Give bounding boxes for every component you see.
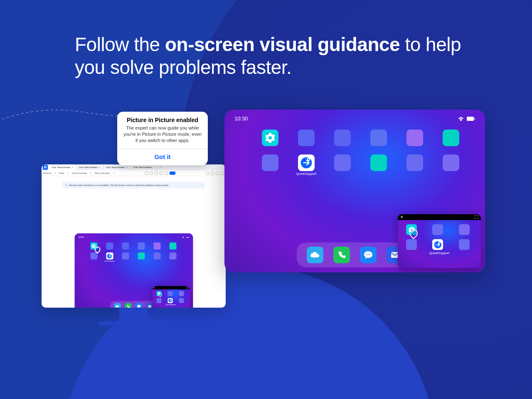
app-label: QuickSupport	[105, 260, 115, 262]
toolbar-icon[interactable]	[165, 171, 168, 175]
app-tile[interactable]	[154, 242, 161, 250]
svg-rect-11	[474, 118, 475, 120]
monitor-screen: ⊟ One TeamViewer× One TeamViewer× One Te…	[42, 164, 226, 308]
app-tile[interactable]	[167, 291, 172, 296]
svg-point-4	[139, 306, 139, 306]
toolbar-icon[interactable]	[145, 171, 148, 175]
app-tile[interactable]	[406, 130, 423, 146]
browser-tab-strip: ⊟ One TeamViewer× One TeamViewer× One Te…	[42, 164, 226, 170]
remote-interaction-notification: Remote screen interaction is now availab…	[62, 182, 205, 188]
app-tile[interactable]	[334, 154, 351, 171]
app-tile[interactable]	[179, 291, 184, 296]
menu-actions[interactable]: Actions	[43, 172, 52, 174]
browser-tab[interactable]: One TeamViewer×	[49, 164, 76, 170]
browser-tab[interactable]: One TeamViewer×	[131, 164, 158, 170]
close-icon[interactable]: ×	[126, 166, 128, 169]
svg-point-14	[308, 159, 309, 160]
svg-point-2	[110, 254, 111, 255]
toolbar-icon[interactable]	[155, 171, 158, 175]
tab-label: One TeamViewer	[106, 166, 125, 169]
menu-communicate[interactable]: Communicate	[72, 172, 87, 174]
pip-expand-icon[interactable]: ⛶	[475, 215, 478, 219]
tab-label: One TeamViewer	[79, 166, 98, 169]
wifi-icon	[458, 116, 464, 121]
desktop-monitor: ⊟ One TeamViewer× One TeamViewer× One Te…	[42, 164, 226, 318]
battery-icon: ▬	[187, 236, 189, 238]
toolbar-icon[interactable]	[150, 171, 153, 175]
app-tile[interactable]	[459, 239, 470, 250]
close-icon[interactable]: ×	[153, 286, 155, 289]
toolbar-right-icons	[206, 171, 224, 175]
headline-bold: on-screen visual guidance	[165, 34, 400, 55]
messages-app-icon[interactable]	[136, 303, 143, 308]
browser-tab[interactable]: One TeamViewer×	[76, 164, 103, 170]
app-tile[interactable]	[443, 154, 459, 171]
new-tab-button[interactable]: +	[158, 166, 163, 169]
pip-overlay[interactable]: ✕ ⛶ QuickSupport	[398, 214, 481, 268]
toolbar-icon[interactable]	[206, 171, 209, 175]
app-tile[interactable]	[262, 154, 278, 171]
quicksupport-app-icon[interactable]: QuickSupport	[106, 252, 113, 259]
svg-point-15	[366, 254, 367, 255]
app-tile[interactable]	[406, 154, 423, 171]
app-tile[interactable]	[138, 242, 145, 250]
toolbar-icon[interactable]	[211, 171, 214, 175]
app-tile[interactable]	[432, 224, 443, 235]
toolbar-icon[interactable]	[216, 171, 219, 175]
mini-tablet-preview: 10:30 ◈ ▬ QuickSupport × ⛶ QuickSupport	[74, 233, 193, 308]
app-tile[interactable]	[443, 130, 459, 146]
app-tile[interactable]	[406, 239, 417, 250]
browser-tab[interactable]: One TeamViewer×	[103, 164, 131, 170]
battery-icon	[467, 117, 475, 121]
weather-app-icon[interactable]	[114, 303, 121, 308]
app-tile[interactable]	[334, 130, 351, 146]
app-tile[interactable]	[179, 298, 184, 303]
menu-view[interactable]: View	[59, 172, 64, 174]
quicksupport-app-icon[interactable]: QuickSupport	[167, 298, 172, 303]
app-tile[interactable]	[298, 130, 315, 146]
toolbar-icon[interactable]	[160, 171, 163, 175]
menu-files-extras[interactable]: Files & Extras	[95, 172, 110, 174]
phone-app-icon[interactable]	[333, 247, 350, 263]
close-icon[interactable]: ✕	[400, 215, 404, 219]
quicksupport-app-icon[interactable]: QuickSupport	[298, 154, 315, 171]
weather-app-icon[interactable]	[307, 247, 323, 263]
toolbar-icon[interactable]	[221, 171, 224, 175]
dock	[297, 242, 413, 267]
toolbar-icon-active[interactable]	[170, 171, 175, 175]
phone-app-icon[interactable]	[125, 303, 132, 308]
pip-title-bar: × ⛶	[152, 286, 190, 289]
svg-rect-10	[467, 117, 474, 121]
monitor-base	[99, 321, 169, 326]
app-grid: QuickSupport	[262, 130, 448, 171]
app-tile[interactable]	[90, 252, 97, 259]
app-tile[interactable]	[122, 252, 129, 259]
pip-expand-icon[interactable]: ⛶	[186, 286, 188, 289]
popup-got-it-button[interactable]: Got it	[117, 149, 208, 165]
app-tile[interactable]	[122, 242, 129, 250]
headline: Follow the on-screen visual guidance to …	[75, 33, 482, 79]
app-tile[interactable]	[170, 252, 177, 259]
app-tile[interactable]	[154, 252, 161, 259]
close-icon[interactable]: ×	[201, 184, 202, 186]
messages-app-icon[interactable]	[360, 247, 377, 263]
settings-app-icon[interactable]	[262, 130, 278, 146]
app-tile[interactable]	[138, 252, 145, 259]
app-tile[interactable]	[370, 130, 387, 146]
app-label: QuickSupport	[429, 251, 449, 255]
close-icon[interactable]: ×	[99, 166, 101, 169]
app-tile[interactable]	[106, 242, 113, 250]
tab-label: One TeamViewer	[52, 166, 71, 169]
popup-body: The expert can now guide you while you'r…	[117, 125, 208, 149]
app-tile[interactable]	[370, 154, 387, 171]
app-tile[interactable]	[170, 242, 177, 250]
pip-overlay[interactable]: × ⛶ QuickSupport	[152, 286, 190, 308]
close-icon[interactable]: ×	[72, 166, 74, 169]
quicksupport-app-icon[interactable]: QuickSupport	[432, 239, 443, 250]
close-icon[interactable]: ×	[153, 166, 155, 169]
svg-point-3	[138, 306, 138, 306]
app-tile[interactable]	[459, 224, 470, 235]
status-time: 10:30	[79, 236, 84, 238]
popup-title: Picture in Picture enabled	[117, 112, 208, 125]
app-tile[interactable]	[156, 298, 161, 303]
